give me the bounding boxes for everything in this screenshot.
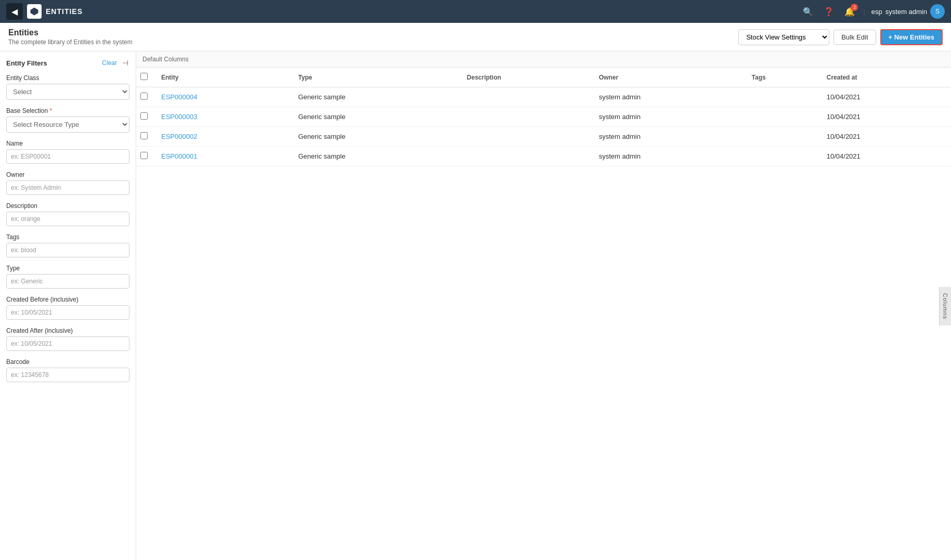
top-nav: ◀ ENTITIES 🔍 ❓ 🔔 2 | esp system admin S [0, 0, 951, 23]
cell-tags [746, 147, 820, 166]
table-row: ESP000004 Generic sample system admin 10… [136, 87, 951, 107]
entity-class-label: Entity Class [6, 74, 129, 82]
user-info: esp system admin S [871, 4, 945, 19]
table-row: ESP000003 Generic sample system admin 10… [136, 107, 951, 127]
header-checkbox-col [136, 68, 155, 87]
cell-owner: system admin [593, 127, 746, 147]
table-row: ESP000001 Generic sample system admin 10… [136, 147, 951, 166]
entity-class-filter: Entity Class Select [6, 74, 129, 100]
row-checkbox-cell [136, 107, 155, 127]
type-input[interactable] [6, 274, 129, 289]
avatar: S [930, 4, 945, 19]
row-checkbox[interactable] [140, 152, 148, 159]
cell-description [461, 107, 593, 127]
default-columns-header: Default Columns [136, 51, 951, 68]
created-after-filter: Created After (inclusive) [6, 327, 129, 351]
row-checkbox[interactable] [140, 93, 148, 100]
cell-type: Generic sample [292, 107, 460, 127]
created-before-input[interactable] [6, 305, 129, 320]
row-checkbox[interactable] [140, 112, 148, 120]
user-name: system admin [885, 8, 927, 16]
row-checkbox-cell [136, 87, 155, 107]
cell-created-at: 10/04/2021 [820, 147, 951, 166]
cell-type: Generic sample [292, 87, 460, 107]
base-selection-label: Base Selection * [6, 107, 129, 114]
created-after-input[interactable] [6, 336, 129, 351]
page-actions: Stock View Settings Bulk Edit + New Enti… [738, 29, 943, 45]
tags-input[interactable] [6, 243, 129, 257]
cell-type: Generic sample [292, 147, 460, 166]
cell-owner: system admin [593, 87, 746, 107]
stock-view-select[interactable]: Stock View Settings [738, 29, 829, 45]
notification-badge: 2 [851, 4, 858, 11]
name-label: Name [6, 140, 129, 147]
cell-entity: ESP000004 [155, 87, 292, 107]
new-entities-button[interactable]: + New Entities [880, 29, 943, 45]
entity-filters-sidebar: Entity Filters Clear ⊣ Entity Class Sele… [0, 51, 136, 560]
cell-created-at: 10/04/2021 [820, 87, 951, 107]
tags-label: Tags [6, 233, 129, 241]
bulk-edit-button[interactable]: Bulk Edit [833, 30, 876, 45]
content-area: Default Columns Entity Type Description … [136, 51, 951, 560]
description-filter: Description [6, 202, 129, 226]
search-button[interactable]: 🔍 [801, 5, 815, 19]
svg-marker-0 [31, 8, 38, 16]
cell-owner: system admin [593, 107, 746, 127]
name-input[interactable] [6, 149, 129, 164]
filter-header: Entity Filters Clear ⊣ [6, 58, 129, 68]
page-header: Entities The complete library of Entitie… [0, 23, 951, 51]
owner-filter: Owner [6, 171, 129, 195]
name-filter: Name [6, 140, 129, 164]
owner-input[interactable] [6, 180, 129, 195]
barcode-label: Barcode [6, 358, 129, 366]
notification-button[interactable]: 🔔 2 [842, 5, 857, 19]
cell-owner: system admin [593, 147, 746, 166]
row-checkbox-cell [136, 127, 155, 147]
cell-tags [746, 87, 820, 107]
type-filter: Type [6, 265, 129, 289]
entity-link[interactable]: ESP000002 [161, 133, 197, 140]
page-subtitle: The complete library of Entities in the … [8, 38, 133, 46]
type-label: Type [6, 265, 129, 272]
select-all-checkbox[interactable] [140, 73, 148, 80]
table-section: Default Columns Entity Type Description … [136, 51, 951, 166]
cell-description [461, 147, 593, 166]
back-button[interactable]: ◀ [6, 3, 23, 20]
page-title: Entities [8, 28, 133, 37]
created-after-label: Created After (inclusive) [6, 327, 129, 334]
header-description: Description [461, 68, 593, 87]
header-entity: Entity [155, 68, 292, 87]
entity-link[interactable]: ESP000004 [161, 93, 197, 101]
entity-link[interactable]: ESP000001 [161, 152, 197, 160]
header-type: Type [292, 68, 460, 87]
collapse-sidebar-button[interactable]: ⊣ [121, 58, 129, 68]
owner-label: Owner [6, 171, 129, 178]
barcode-filter: Barcode [6, 358, 129, 382]
help-button[interactable]: ❓ [822, 5, 836, 19]
description-input[interactable] [6, 212, 129, 226]
table-row: ESP000002 Generic sample system admin 10… [136, 127, 951, 147]
cell-entity: ESP000003 [155, 107, 292, 127]
entity-link[interactable]: ESP000003 [161, 113, 197, 121]
cell-description [461, 127, 593, 147]
clear-filters-link[interactable]: Clear [102, 59, 117, 67]
base-selection-select[interactable]: Select Resource Type [6, 116, 129, 133]
tags-filter: Tags [6, 233, 129, 257]
row-checkbox-cell [136, 147, 155, 166]
main-layout: Entity Filters Clear ⊣ Entity Class Sele… [0, 51, 951, 560]
entities-icon [27, 4, 42, 19]
created-before-label: Created Before (inclusive) [6, 296, 129, 303]
cell-entity: ESP000001 [155, 147, 292, 166]
columns-tab[interactable]: Columns [939, 286, 951, 325]
row-checkbox[interactable] [140, 132, 148, 139]
created-before-filter: Created Before (inclusive) [6, 296, 129, 320]
nav-actions: 🔍 ❓ 🔔 2 | esp system admin S [801, 4, 945, 19]
filter-title: Entity Filters [6, 59, 47, 67]
header-owner: Owner [593, 68, 746, 87]
header-created-at: Created at [820, 68, 951, 87]
user-abbr: esp [871, 8, 882, 16]
barcode-input[interactable] [6, 368, 129, 382]
cell-created-at: 10/04/2021 [820, 127, 951, 147]
base-selection-filter: Base Selection * Select Resource Type [6, 107, 129, 133]
entity-class-select[interactable]: Select [6, 84, 129, 100]
